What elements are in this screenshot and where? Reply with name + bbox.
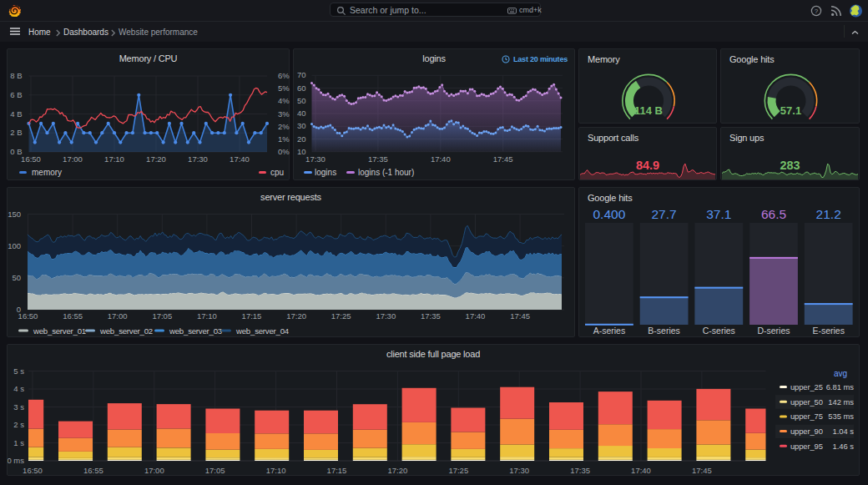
svg-text:17:20: 17:20 (146, 154, 166, 164)
svg-text:logins: logins (315, 168, 336, 177)
svg-text:17:30: 17:30 (188, 154, 208, 164)
svg-text:17:10: 17:10 (104, 154, 124, 164)
svg-text:66.5: 66.5 (761, 207, 786, 221)
svg-text:2%: 2% (278, 122, 290, 131)
svg-text:16:50: 16:50 (21, 154, 41, 164)
svg-text:E-series: E-series (812, 326, 845, 336)
svg-text:17:45: 17:45 (510, 311, 530, 321)
svg-text:A-series: A-series (593, 326, 626, 336)
svg-text:1 s: 1 s (13, 438, 24, 447)
svg-text:17:45: 17:45 (493, 154, 513, 164)
svg-text:C-series: C-series (703, 326, 735, 336)
svg-text:17:35: 17:35 (570, 466, 590, 475)
svg-text:50: 50 (297, 96, 306, 105)
svg-text:upper_75: upper_75 (790, 412, 823, 421)
svg-text:17:20: 17:20 (388, 466, 408, 475)
svg-text:17:40: 17:40 (230, 154, 250, 164)
svg-text:17:30: 17:30 (305, 154, 326, 164)
svg-text:cpu: cpu (270, 168, 284, 177)
svg-text:535 ms: 535 ms (828, 412, 854, 421)
svg-text:6 B: 6 B (10, 90, 22, 99)
svg-text:20: 20 (297, 134, 306, 144)
svg-text:4 s: 4 s (13, 384, 24, 393)
svg-text:16:50: 16:50 (18, 311, 38, 321)
svg-text:2 s: 2 s (13, 420, 24, 429)
svg-text:70: 70 (297, 70, 306, 79)
svg-text:16:50: 16:50 (23, 466, 43, 475)
svg-text:17:25: 17:25 (331, 311, 351, 321)
svg-text:2 B: 2 B (10, 128, 22, 137)
svg-text:B-series: B-series (648, 326, 680, 336)
svg-text:17:15: 17:15 (242, 311, 262, 321)
svg-text:27.7: 27.7 (652, 207, 677, 221)
svg-text:upper_90: upper_90 (790, 427, 823, 436)
svg-text:4 B: 4 B (10, 109, 22, 119)
svg-text:17:00: 17:00 (63, 154, 83, 164)
svg-text:50: 50 (12, 273, 21, 282)
svg-text:37.1: 37.1 (706, 207, 731, 221)
svg-text:17:15: 17:15 (327, 466, 347, 475)
svg-text:web_server_02: web_server_02 (99, 326, 153, 336)
svg-text:17:35: 17:35 (421, 311, 441, 321)
svg-text:avg: avg (834, 369, 847, 378)
svg-text:4%: 4% (278, 96, 290, 105)
svg-text:40: 40 (297, 109, 306, 118)
svg-text:web_server_04: web_server_04 (235, 326, 290, 336)
svg-text:memory: memory (32, 168, 62, 177)
svg-text:17:05: 17:05 (205, 466, 225, 475)
svg-text:1.04 s: 1.04 s (832, 427, 854, 436)
svg-text:21.2: 21.2 (816, 207, 841, 221)
svg-text:16:55: 16:55 (83, 466, 103, 475)
svg-text:0.400: 0.400 (593, 207, 626, 221)
svg-text:17:45: 17:45 (692, 466, 712, 475)
svg-text:17:00: 17:00 (108, 311, 128, 321)
svg-text:17:40: 17:40 (466, 311, 486, 321)
svg-text:60: 60 (297, 83, 306, 93)
svg-text:100: 100 (8, 241, 21, 250)
svg-text:6.81 ms: 6.81 ms (826, 382, 855, 392)
svg-text:150: 150 (8, 210, 21, 219)
svg-text:5 s: 5 s (13, 366, 24, 376)
svg-text:17:20: 17:20 (286, 311, 306, 321)
svg-text:17:30: 17:30 (376, 311, 396, 321)
svg-text:17:10: 17:10 (266, 466, 286, 475)
svg-text:0%: 0% (278, 147, 290, 156)
svg-text:114 B: 114 B (634, 104, 663, 117)
svg-text:57.1: 57.1 (780, 104, 801, 117)
svg-text:17:25: 17:25 (448, 466, 468, 475)
svg-text:web_server_01: web_server_01 (33, 326, 86, 336)
svg-text:upper_25: upper_25 (790, 382, 823, 392)
svg-text:17:35: 17:35 (368, 154, 388, 164)
svg-text:30: 30 (297, 121, 306, 130)
svg-text:D-series: D-series (757, 326, 790, 336)
svg-text:17:05: 17:05 (152, 311, 172, 321)
svg-text:8 B: 8 B (10, 71, 22, 80)
svg-text:1%: 1% (278, 134, 290, 144)
svg-text:17:10: 17:10 (197, 311, 217, 321)
svg-text:17:30: 17:30 (509, 466, 529, 475)
svg-text:3 s: 3 s (13, 402, 24, 412)
svg-text:1.46 s: 1.46 s (832, 442, 854, 451)
svg-text:3%: 3% (278, 109, 290, 119)
svg-text:16:55: 16:55 (63, 311, 83, 321)
svg-text:5%: 5% (278, 83, 290, 93)
svg-text:142 ms: 142 ms (828, 397, 854, 407)
svg-text:17:40: 17:40 (631, 466, 651, 475)
svg-text:10: 10 (297, 147, 306, 156)
svg-text:0 ms: 0 ms (8, 456, 24, 465)
svg-text:web_server_03: web_server_03 (169, 326, 222, 336)
svg-text:17:00: 17:00 (144, 466, 164, 475)
svg-text:logins (-1 hour): logins (-1 hour) (358, 168, 414, 177)
svg-text:6%: 6% (278, 71, 290, 80)
svg-text:17:40: 17:40 (431, 154, 451, 164)
svg-text:upper_50: upper_50 (790, 397, 823, 407)
svg-text:upper_95: upper_95 (790, 442, 823, 451)
